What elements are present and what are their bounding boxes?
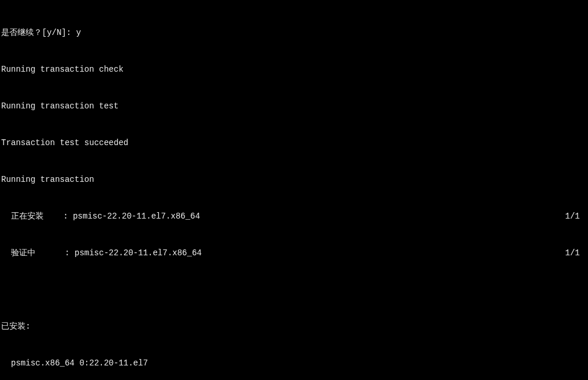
running-transaction: Running transaction (1, 174, 587, 186)
continue-prompt: 是否继续？[y/N]: y (1, 27, 587, 39)
installing-label: 正在安装 : psmisc-22.20-11.el7.x86_64 (1, 210, 200, 223)
terminal-output: 是否继续？[y/N]: y Running transaction check … (1, 2, 587, 380)
running-test: Running transaction test (1, 100, 587, 112)
blank-line (1, 284, 587, 296)
installing-row: 正在安装 : psmisc-22.20-11.el7.x86_64 1/1 (1, 210, 587, 223)
verifying-count: 1/1 (565, 247, 587, 259)
verifying-row: 验证中 : psmisc-22.20-11.el7.x86_64 1/1 (1, 247, 587, 259)
installing-count: 1/1 (565, 210, 587, 223)
verifying-label: 验证中 : psmisc-22.20-11.el7.x86_64 (1, 247, 201, 259)
test-succeeded: Transaction test succeeded (1, 137, 587, 149)
running-check: Running transaction check (1, 64, 587, 76)
installed-header: 已安装: (1, 321, 587, 333)
installed-package: psmisc.x86_64 0:22.20-11.el7 (1, 357, 587, 370)
